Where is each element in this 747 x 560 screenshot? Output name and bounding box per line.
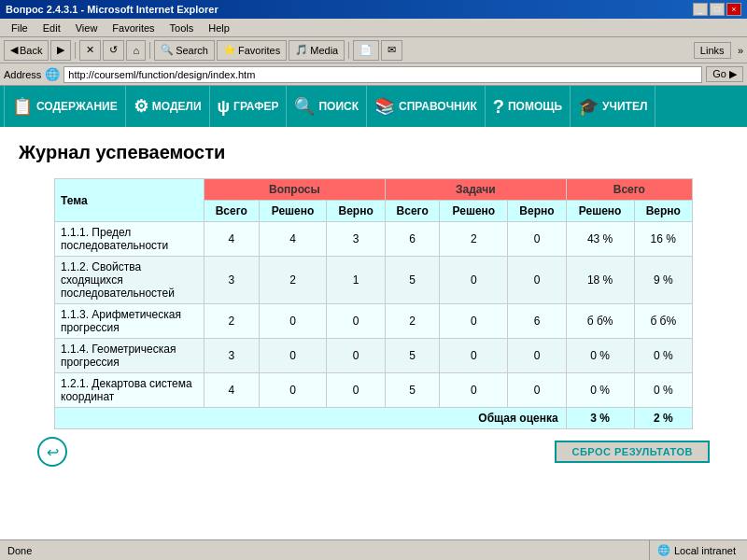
table-row: 1.1.1. Предел последовательности 4 4 3 6…: [55, 222, 693, 257]
window-title: Вопрос 2.4.3.1 - Microsoft Internet Expl…: [6, 4, 218, 15]
home-icon: ↩: [47, 443, 59, 461]
nav-teacher[interactable]: 🎓 УЧИТЕЛ: [571, 86, 655, 127]
v-resheno-cell: 0: [259, 339, 327, 373]
tema-cell: 1.1.3. Арифметическая прогрессия: [55, 304, 204, 339]
home-icon-btn[interactable]: ↩: [37, 437, 67, 467]
zone-label: Local intranet: [674, 545, 736, 556]
close-btn[interactable]: ×: [726, 3, 741, 16]
maximize-btn[interactable]: □: [710, 3, 725, 16]
table-row: 1.1.3. Арифметическая прогрессия 2 0 0 2…: [55, 304, 693, 339]
all-resheno-cell: б б%: [566, 304, 634, 339]
page-title: Журнал успеваемости: [19, 142, 728, 163]
window-controls[interactable]: _ □ ×: [693, 3, 741, 16]
back-button[interactable]: ◀ Back: [4, 40, 49, 61]
history-button[interactable]: 📄: [353, 40, 379, 61]
total-label: Общая оценка: [55, 408, 567, 429]
total-row: Общая оценка 3 % 2 %: [55, 408, 693, 429]
address-input[interactable]: [63, 66, 702, 83]
v-vsego-cell: 3: [204, 257, 260, 304]
nav-grafer-label: ГРАФЕР: [233, 100, 278, 113]
address-label: Address: [4, 69, 41, 80]
nav-grafer[interactable]: ψ ГРАФЕР: [210, 86, 288, 127]
v-verno-cell: 3: [327, 222, 385, 257]
v-verno-cell: 0: [327, 304, 385, 339]
z-verno-cell: 0: [508, 222, 566, 257]
all-verno-cell: 0 %: [634, 339, 692, 373]
forward-button[interactable]: ▶: [50, 40, 71, 61]
total-verno: 2 %: [634, 408, 692, 429]
address-icon: 🌐: [45, 67, 60, 81]
menu-edit[interactable]: Edit: [35, 22, 68, 34]
favorites-button[interactable]: ⭐ Favorites: [217, 40, 287, 61]
z-resheno-cell: 0: [440, 257, 508, 304]
all-verno-cell: б б%: [634, 304, 692, 339]
voprosy-header: Вопросы: [204, 179, 386, 201]
nav-content[interactable]: 📋 СОДЕРЖАНИЕ: [4, 86, 126, 127]
grade-table: Тема Вопросы Задачи Всего Всего Решено В…: [54, 178, 693, 429]
refresh-button[interactable]: ↺: [103, 40, 124, 61]
z-resheno-cell: 0: [440, 339, 508, 373]
all-resheno-cell: 0 %: [566, 339, 634, 373]
minimize-btn[interactable]: _: [693, 3, 708, 16]
media-button[interactable]: 🎵 Media: [289, 40, 345, 61]
tema-cell: 1.1.1. Предел последовательности: [55, 222, 204, 257]
address-bar: Address 🌐 Go ▶: [0, 63, 747, 86]
nav-help-label: ПОМОЩЬ: [508, 100, 562, 113]
z-verno-cell: 0: [508, 339, 566, 373]
v-resheno-cell: 4: [259, 222, 327, 257]
menu-tools[interactable]: Tools: [162, 22, 202, 34]
table-row: 1.2.1. Декартова система координат 4 0 0…: [55, 373, 693, 408]
search-button[interactable]: 🔍 Search: [154, 40, 215, 61]
zadachi-header: Задачи: [385, 179, 566, 201]
z-verno-cell: 0: [508, 257, 566, 304]
mail-button[interactable]: ✉: [381, 40, 402, 61]
nav-search-label: ПОИСК: [318, 100, 359, 113]
go-label: Go: [712, 68, 726, 79]
bottom-bar: ↩ СБРОС РЕЗУЛЬТАТОВ: [19, 429, 728, 474]
menu-favorites[interactable]: Favorites: [105, 22, 162, 34]
grafer-icon: ψ: [218, 97, 231, 117]
v-vsego-cell: 4: [204, 373, 260, 408]
links-label[interactable]: Links: [694, 42, 731, 59]
sub-all-resheno: Решено: [566, 201, 634, 222]
tema-cell: 1.2.1. Декартова система координат: [55, 373, 204, 408]
nav-help[interactable]: ? ПОМОЩЬ: [486, 86, 571, 127]
nav-content-label: СОДЕРЖАНИЕ: [36, 100, 118, 113]
status-done: Done: [4, 545, 649, 556]
home-button[interactable]: ⌂: [126, 40, 146, 61]
help-icon: ?: [493, 96, 504, 118]
z-vsego-cell: 5: [385, 257, 440, 304]
content-icon: 📋: [12, 96, 33, 117]
models-icon: ⚙: [134, 96, 148, 117]
z-vsego-cell: 5: [385, 339, 440, 373]
total-resheno: 3 %: [566, 408, 634, 429]
sub-z-verno: Верно: [508, 201, 566, 222]
sub-z-resheno: Решено: [440, 201, 508, 222]
z-resheno-cell: 0: [440, 304, 508, 339]
v-resheno-cell: 2: [259, 257, 327, 304]
all-verno-cell: 9 %: [634, 257, 692, 304]
z-resheno-cell: 0: [440, 373, 508, 408]
go-button[interactable]: Go ▶: [706, 66, 743, 82]
main-content: Журнал успеваемости Тема Вопросы Задачи …: [0, 127, 747, 539]
menu-view[interactable]: View: [68, 22, 106, 34]
nav-models[interactable]: ⚙ МОДЕЛИ: [126, 86, 210, 127]
tema-header: Тема: [55, 179, 204, 222]
z-verno-cell: 0: [508, 373, 566, 408]
menu-help[interactable]: Help: [201, 22, 237, 34]
nav-reference[interactable]: 📚 СПРАВОЧНИК: [367, 86, 486, 127]
v-verno-cell: 0: [327, 373, 385, 408]
stop-button[interactable]: ✕: [79, 40, 101, 61]
search-icon: 🔍: [294, 96, 315, 117]
nav-search[interactable]: 🔍 ПОИСК: [287, 86, 367, 127]
v-vsego-cell: 4: [204, 222, 260, 257]
v-resheno-cell: 0: [259, 304, 327, 339]
z-vsego-cell: 2: [385, 304, 440, 339]
all-resheno-cell: 0 %: [566, 373, 634, 408]
v-verno-cell: 1: [327, 257, 385, 304]
nav-bar: 📋 СОДЕРЖАНИЕ ⚙ МОДЕЛИ ψ ГРАФЕР 🔍 ПОИСК 📚…: [0, 86, 747, 127]
reset-button[interactable]: СБРОС РЕЗУЛЬТАТОВ: [555, 441, 710, 463]
menu-file[interactable]: File: [4, 22, 35, 34]
status-zone: 🌐 Local intranet: [649, 540, 743, 560]
toolbar-sep-1: [75, 42, 76, 59]
